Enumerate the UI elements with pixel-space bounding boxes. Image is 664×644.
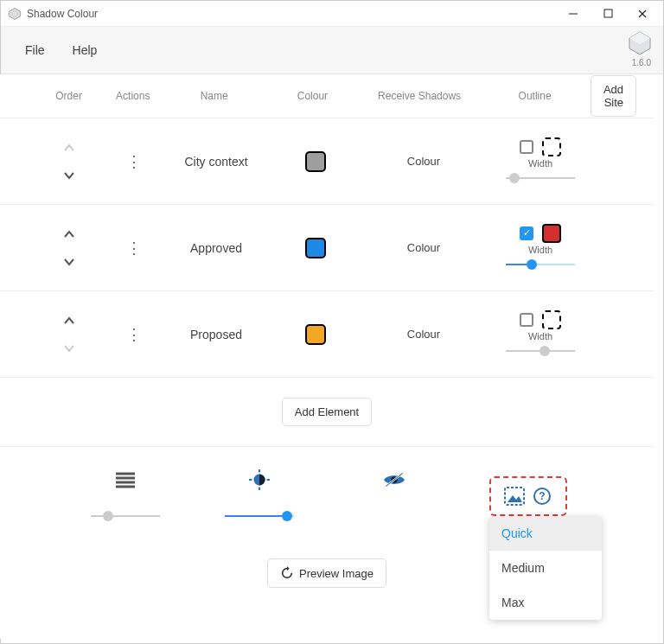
add-element-row: Add Element — [0, 377, 654, 446]
table-row: ⋮ApprovedColour✓Width — [0, 204, 654, 290]
header-outline: Outline — [479, 90, 591, 102]
preview-image-label: Preview Image — [299, 567, 374, 580]
menubar: File Help 1.6.0 — [1, 27, 663, 74]
help-icon[interactable]: ? — [531, 485, 553, 507]
outline-width-slider[interactable] — [506, 343, 575, 359]
outline-width-label: Width — [528, 158, 552, 169]
outline-checkbox[interactable] — [520, 313, 533, 327]
add-element-button[interactable]: Add Element — [282, 398, 372, 426]
header-actions: Actions — [103, 90, 163, 102]
window-titlebar: Shadow Colour — [1, 1, 663, 27]
header-receive: Receive Shadows — [360, 90, 479, 102]
move-up-button[interactable] — [63, 142, 75, 154]
lines-slider[interactable] — [91, 508, 160, 524]
visibility-control — [329, 469, 459, 524]
table-header: Order Actions Name Colour Receive Shadow… — [0, 74, 654, 118]
eye-off-icon[interactable] — [383, 469, 405, 491]
quality-option-quick[interactable]: Quick — [489, 516, 602, 551]
outline-checkbox[interactable]: ✓ — [520, 226, 533, 240]
row-actions-button[interactable]: ⋮ — [126, 325, 142, 344]
header-colour: Colour — [265, 90, 360, 102]
brightness-control — [195, 469, 324, 524]
move-down-button[interactable] — [63, 256, 75, 268]
outline-width-slider[interactable] — [506, 257, 575, 272]
window-close-button[interactable] — [625, 2, 660, 26]
outline-colour-swatch[interactable] — [542, 137, 561, 156]
table-row: ⋮ProposedColourWidth — [0, 290, 654, 377]
outline-width-slider[interactable] — [506, 170, 575, 186]
svg-marker-0 — [9, 8, 20, 19]
quality-control: ? — [463, 476, 593, 516]
brightness-slider[interactable] — [225, 508, 294, 524]
colour-swatch[interactable] — [305, 151, 326, 172]
app-icon — [8, 7, 22, 21]
app-logo-icon — [627, 30, 653, 56]
row-actions-button[interactable]: ⋮ — [126, 239, 142, 258]
receive-shadows-mode[interactable]: Colour — [363, 328, 484, 341]
version-label: 1.6.0 — [632, 58, 651, 67]
row-name: Proposed — [164, 328, 268, 341]
add-site-button[interactable]: Add Site — [591, 75, 636, 117]
colour-swatch[interactable] — [305, 324, 326, 345]
header-order: Order — [35, 90, 103, 102]
bottom-tools: ? Preview Image Quick Medium Max — [0, 446, 654, 605]
table-row: ⋮City contextColourWidth — [0, 118, 654, 204]
outline-checkbox[interactable] — [520, 140, 533, 154]
colour-swatch[interactable] — [305, 238, 326, 258]
receive-shadows-mode[interactable]: Colour — [363, 241, 484, 254]
receive-shadows-mode[interactable]: Colour — [363, 155, 484, 168]
image-icon[interactable] — [503, 485, 526, 507]
row-actions-button[interactable]: ⋮ — [126, 152, 142, 171]
quality-dropdown[interactable]: Quick Medium Max — [489, 516, 602, 620]
brightness-icon — [248, 469, 271, 491]
outline-width-label: Width — [528, 331, 552, 341]
row-name: City context — [164, 155, 268, 169]
svg-marker-20 — [508, 495, 522, 502]
menu-help[interactable]: Help — [59, 36, 112, 64]
table-body: ⋮City contextColourWidth⋮ApprovedColour✓… — [0, 118, 654, 377]
window-title: Shadow Colour — [27, 8, 556, 20]
quality-option-max[interactable]: Max — [489, 585, 602, 620]
svg-rect-2 — [604, 10, 612, 17]
lines-icon — [114, 469, 137, 491]
preview-image-button[interactable]: Preview Image — [267, 558, 386, 588]
outline-colour-swatch[interactable] — [542, 310, 561, 329]
row-name: Approved — [164, 241, 268, 255]
svg-marker-23 — [287, 566, 290, 571]
move-down-button[interactable] — [63, 169, 75, 182]
menu-file[interactable]: File — [11, 36, 59, 64]
outline-colour-swatch[interactable] — [542, 224, 561, 243]
svg-text:?: ? — [539, 490, 545, 502]
window-minimize-button[interactable] — [556, 2, 591, 26]
main-content: Order Actions Name Colour Receive Shadow… — [0, 74, 654, 639]
move-down-button[interactable] — [63, 342, 75, 354]
move-up-button[interactable] — [63, 228, 75, 240]
window-maximize-button[interactable] — [591, 2, 625, 26]
lines-control — [61, 469, 190, 524]
quality-option-medium[interactable]: Medium — [489, 551, 602, 585]
outline-width-label: Width — [528, 245, 552, 255]
header-name: Name — [163, 90, 265, 102]
move-up-button[interactable] — [63, 315, 75, 327]
quality-highlight: ? — [489, 476, 567, 516]
